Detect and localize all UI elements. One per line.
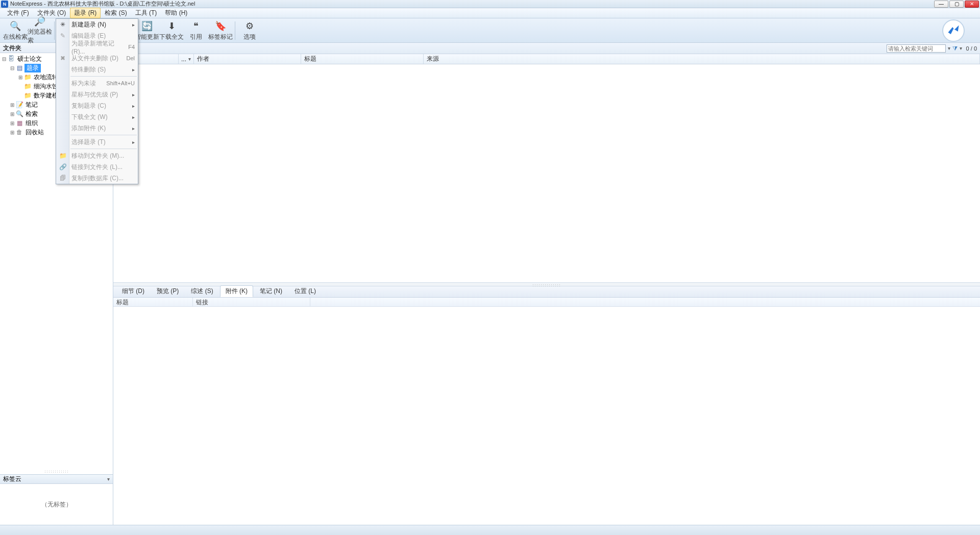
detail-col-link[interactable]: 链接 xyxy=(193,298,310,306)
detail-col-title[interactable]: 标题 xyxy=(113,298,193,306)
expand-icon[interactable]: ⊞ xyxy=(9,130,15,135)
menu-item-shortcut: Del xyxy=(126,55,135,61)
toolbar-label: 下载全文 xyxy=(159,33,184,41)
section-icon: ▦ xyxy=(15,119,23,127)
toolbar-icon: 🔄 xyxy=(141,20,153,32)
chevron-down-icon[interactable]: ▾ xyxy=(107,476,110,482)
toolbar-icon: 🔖 xyxy=(214,20,227,32)
database-icon: 🗄 xyxy=(7,55,15,62)
menu-item: 特殊删除 (S)▸ xyxy=(56,64,138,75)
expand-icon[interactable]: ⊞ xyxy=(9,111,15,117)
toolbar-浏览器检索[interactable]: 🔎浏览器检索 xyxy=(28,19,52,42)
statusbar xyxy=(0,525,980,535)
toolbar-label: 浏览器检索 xyxy=(28,28,52,45)
toolbar-icon: ❝ xyxy=(190,20,202,32)
menu-item[interactable]: ✳新建题录 (N)▸ xyxy=(56,19,138,30)
toolbar-icon: ⬇ xyxy=(165,20,178,32)
toolbar-下载全文[interactable]: ⬇下载全文 xyxy=(159,19,184,42)
detail-tab[interactable]: 笔记 (N) xyxy=(254,285,288,297)
toolbar-separator xyxy=(235,21,235,40)
expand-icon[interactable]: ⊞ xyxy=(17,75,23,80)
menu-h[interactable]: 帮助 (H) xyxy=(161,8,191,18)
menu-item: 添加附件 (K)▸ xyxy=(56,123,138,134)
list-body[interactable] xyxy=(113,64,980,282)
menu-item: 🗐复制到数据库 (C)... xyxy=(56,173,138,184)
toolbar-label: 在线检索 xyxy=(3,33,28,41)
menu-item-label: 移动到文件夹 (M)... xyxy=(71,152,124,160)
menu-item-label: 复制到数据库 (C)... xyxy=(71,174,124,183)
window-title: NoteExpress - 西北农林科技大学图书馆版 - D:\桌面\工作空间\… xyxy=(10,0,933,8)
chevron-down-icon[interactable]: ▾ xyxy=(188,56,191,62)
menu-separator xyxy=(70,76,137,77)
menu-item: 🔗链接到文件夹 (L)... xyxy=(56,161,138,173)
window-controls: — ▢ ✕ xyxy=(933,1,979,8)
app-icon: N xyxy=(1,1,8,8)
col-author[interactable]: 作者 xyxy=(194,54,301,64)
app-logo xyxy=(942,19,965,42)
toolbar-引用[interactable]: ❝引用 xyxy=(184,19,208,42)
toolbar-在线检索[interactable]: 🔍在线检索 xyxy=(3,19,28,42)
menu-item-label: 从文件夹删除 (D) xyxy=(71,54,118,63)
menu-t[interactable]: 工具 (T) xyxy=(131,8,161,18)
toolbar-选项[interactable]: ⚙选项 xyxy=(237,19,262,42)
col-more[interactable]: ...▾ xyxy=(179,54,194,64)
col-title[interactable]: 标题 xyxy=(301,54,424,64)
close-button[interactable]: ✕ xyxy=(965,1,979,8)
search-dropdown-icon[interactable]: ▾ xyxy=(948,45,950,51)
detail-tab[interactable]: 综述 (S) xyxy=(185,285,218,297)
tag-cloud-body: （无标签） xyxy=(0,484,113,525)
tag-cloud-header[interactable]: 标签云 ▾ xyxy=(0,475,113,484)
toolbar-icon: ⚙ xyxy=(243,20,256,32)
menu-f[interactable]: 文件 (F) xyxy=(3,8,33,18)
tag-cloud-title: 标签云 xyxy=(3,475,21,483)
maximize-button[interactable]: ▢ xyxy=(949,1,964,8)
detail-tab[interactable]: 细节 (D) xyxy=(116,285,150,297)
menu-item: 选择题录 (T)▸ xyxy=(56,136,138,148)
expand-icon[interactable]: ⊟ xyxy=(9,65,15,71)
menu-r[interactable]: 题录 (R) xyxy=(70,8,101,18)
col-more-label: ... xyxy=(181,56,186,63)
expand-icon[interactable]: ⊟ xyxy=(1,56,7,62)
menu-item: 为题录新增笔记 (R)...F4 xyxy=(56,41,138,53)
detail-tabs: 细节 (D)预览 (P)综述 (S)附件 (K)笔记 (N)位置 (L) xyxy=(113,286,980,298)
menubar: 文件 (F)文件夹 (O)题录 (R)检索 (S)工具 (T)帮助 (H) xyxy=(0,8,980,18)
menu-separator xyxy=(70,149,137,149)
toolbar-label: 标签标记 xyxy=(208,33,233,41)
minimize-button[interactable]: — xyxy=(934,1,948,8)
menu-item-label: 下载全文 (W) xyxy=(71,113,108,121)
menu-item-label: 新建题录 (N) xyxy=(71,20,106,29)
menu-item-label: 星标与优先级 (P) xyxy=(71,90,118,99)
toolbar-label: 引用 xyxy=(190,33,202,41)
menu-item: 下载全文 (W)▸ xyxy=(56,111,138,123)
filter-dropdown-icon[interactable]: ▾ xyxy=(960,45,962,51)
toolbar-智能更新[interactable]: 🔄智能更新 xyxy=(135,19,159,42)
list-header: ...▾ 作者 标题 来源 xyxy=(113,54,980,64)
search-input[interactable] xyxy=(887,44,946,53)
menu-item-label: 复制题录 (C) xyxy=(71,102,106,110)
folder-icon: 📁 xyxy=(23,92,32,99)
menu-item: ✖从文件夹删除 (D)Del xyxy=(56,53,138,64)
detail-tab[interactable]: 附件 (K) xyxy=(220,285,253,297)
record-menu-dropdown: ✳新建题录 (N)▸✎编辑题录 (E)为题录新增笔记 (R)...F4✖从文件夹… xyxy=(56,18,138,184)
detail-tab[interactable]: 位置 (L) xyxy=(289,285,322,297)
detail-tab[interactable]: 预览 (P) xyxy=(151,285,184,297)
toolbar-标签标记[interactable]: 🔖标签标记 xyxy=(208,19,233,42)
right-panel: ▾ ⧩ ▾ 0 / 0 ...▾ 作者 标题 来源 ꞉꞉꞉꞉꞉꞉꞉꞉꞉꞉꞉꞉꞉꞉… xyxy=(113,43,980,525)
menu-item-icon: 🔗 xyxy=(59,163,67,171)
detail-body[interactable] xyxy=(113,307,980,525)
menu-item-icon: 🗐 xyxy=(59,175,67,182)
expand-icon[interactable]: ⊞ xyxy=(9,120,15,126)
menu-item-icon: ✖ xyxy=(59,55,67,62)
expand-icon[interactable]: ⊞ xyxy=(9,102,15,108)
menu-s[interactable]: 检索 (S) xyxy=(101,8,131,18)
menu-item-shortcut: F4 xyxy=(128,44,135,50)
submenu-arrow-icon: ▸ xyxy=(132,103,135,109)
toolbar-separator xyxy=(54,21,55,40)
menu-item: 📁移动到文件夹 (M)... xyxy=(56,150,138,161)
titlebar: N NoteExpress - 西北农林科技大学图书馆版 - D:\桌面\工作空… xyxy=(0,0,980,8)
panel-splitter[interactable]: ꞉꞉꞉꞉꞉꞉꞉꞉꞉꞉꞉꞉ xyxy=(0,470,113,474)
filter-icon[interactable]: ⧩ xyxy=(952,45,958,52)
toolbar-label: 选项 xyxy=(243,33,256,41)
col-source[interactable]: 来源 xyxy=(424,54,980,64)
menu-item: 星标与优先级 (P)▸ xyxy=(56,89,138,100)
